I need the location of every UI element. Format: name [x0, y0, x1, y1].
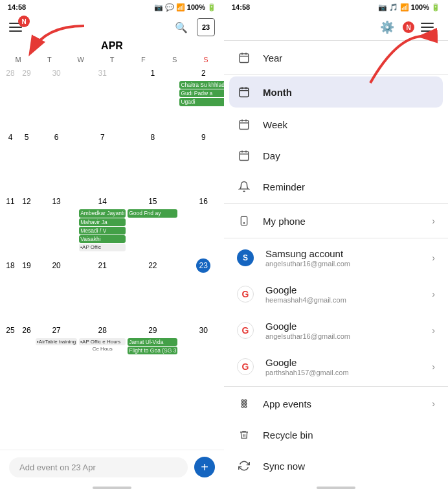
table-row[interactable]: 23: [179, 257, 224, 321]
time-right: 14:58: [232, 3, 250, 11]
day-calendar-icon: [237, 148, 251, 163]
recycle-bin-icon: [237, 428, 251, 442]
table-row[interactable]: 30: [179, 322, 224, 385]
status-icons-right: 📷 🎵 📶 100% 🔋: [378, 3, 440, 12]
day-header-sat: S: [159, 54, 190, 65]
google-account-1-info: Google heemashah4@gmail.com: [265, 284, 420, 304]
table-row[interactable]: 14 Ambedkar Jayanti Mahavir Ja Mesadi / …: [78, 193, 126, 257]
sidebar-item-google1[interactable]: G Google heemashah4@gmail.com ›: [224, 276, 448, 312]
day-header-wed: W: [65, 54, 96, 65]
list-item: ▪AirTable training: [36, 338, 77, 346]
bottom-bar-right: [317, 487, 355, 489]
table-row[interactable]: 9: [179, 129, 224, 192]
hamburger-menu-button[interactable]: N: [9, 18, 27, 36]
week-calendar-icon: [237, 117, 251, 132]
add-event-input[interactable]: Add event on 23 Apr: [9, 457, 188, 477]
table-row[interactable]: 18: [3, 257, 18, 321]
svg-point-25: [245, 403, 247, 405]
hamburger-menu-right[interactable]: [421, 18, 439, 36]
table-row[interactable]: 11: [3, 193, 18, 257]
month-label: Month: [263, 87, 435, 98]
list-item: Jamat Ul-Vida: [128, 338, 177, 346]
table-row[interactable]: 7: [78, 129, 126, 192]
date-number: 28: [3, 66, 17, 80]
table-row[interactable]: 29 Jamat Ul-Vida Flight to Goa (SG 3: [127, 322, 178, 385]
divider-1: [224, 75, 448, 75]
sidebar-item-day[interactable]: Day: [224, 140, 448, 171]
list-item: Ce Hous: [93, 346, 113, 352]
samsung-email: angelsuthar16@gmail.com: [265, 260, 420, 268]
google3-chevron-icon: ›: [432, 361, 435, 372]
table-row[interactable]: 20: [35, 257, 78, 321]
table-row[interactable]: 4: [3, 129, 18, 192]
sidebar-item-google3[interactable]: G Google parthshah157@gmail.com ›: [224, 349, 448, 385]
notification-dot-right: N: [403, 21, 414, 33]
table-row[interactable]: 6: [35, 129, 78, 192]
sidebar-item-week[interactable]: Week: [224, 109, 448, 140]
appevents-label: App events: [263, 398, 420, 409]
calendar-header: N 🔍 23: [0, 14, 224, 39]
status-icons-left: 📷 💬 📶 100% 🔋: [154, 3, 216, 12]
sidebar-item-syncnow[interactable]: Sync now: [224, 450, 448, 481]
table-row[interactable]: 13: [35, 193, 78, 257]
list-item: Good Frid ay: [128, 209, 177, 217]
table-row[interactable]: 22: [127, 257, 178, 321]
appevents-chevron-icon: ›: [432, 398, 435, 409]
table-row[interactable]: 16: [179, 193, 224, 257]
year-label: Year: [263, 52, 435, 63]
add-event-button[interactable]: +: [194, 457, 215, 477]
table-row[interactable]: 19: [19, 257, 34, 321]
list-item: Mesadi / V: [79, 227, 126, 235]
table-row[interactable]: 26: [19, 322, 34, 385]
google1-chevron-icon: ›: [432, 289, 435, 299]
svg-point-24: [241, 403, 243, 405]
myphone-label: My phone: [263, 216, 420, 227]
table-row[interactable]: 28: [3, 65, 18, 128]
table-row[interactable]: 25: [3, 322, 18, 385]
sidebar-item-recyclebin[interactable]: Recycle bin: [224, 419, 448, 450]
sidebar-item-reminder[interactable]: Reminder: [224, 171, 448, 202]
menu-panel: 14:58 📷 🎵 📶 100% 🔋 ⚙️ N Year Month: [224, 0, 448, 493]
table-row[interactable]: 30: [35, 65, 78, 128]
google1-label: Google: [265, 284, 420, 295]
phone-icon: [237, 214, 251, 228]
table-row[interactable]: 15 Good Frid ay: [127, 193, 178, 257]
table-row[interactable]: 21: [78, 257, 126, 321]
google3-label: Google: [265, 357, 420, 368]
right-panel-header: ⚙️ N: [224, 14, 448, 39]
google-account-2-info: Google angelsuthar16@gmail.com: [265, 321, 420, 340]
sidebar-item-appevents[interactable]: App events ›: [224, 388, 448, 419]
sidebar-item-google2[interactable]: G Google angelsuthar16@gmail.com ›: [224, 312, 448, 349]
day-label: Day: [263, 150, 435, 161]
header-right-actions: 🔍 23: [172, 18, 215, 36]
date-badge[interactable]: 23: [197, 18, 215, 36]
svg-rect-2: [240, 54, 249, 63]
divider-2: [224, 203, 448, 204]
list-item: Flight to Goa (SG 3: [128, 347, 177, 354]
sidebar-item-myphone[interactable]: My phone ›: [224, 205, 448, 236]
samsung-account-info: Samsung account angelsuthar16@gmail.com: [265, 248, 420, 268]
month-title: APR: [0, 39, 224, 54]
table-row[interactable]: 29: [19, 65, 34, 128]
notification-dot-left: N: [18, 16, 30, 27]
month-calendar-icon: [237, 85, 251, 99]
sidebar-item-month[interactable]: Month: [229, 76, 443, 108]
table-row[interactable]: 27 ▪AirTable training: [35, 322, 78, 385]
reminder-bell-icon: [237, 179, 251, 194]
sidebar-item-year[interactable]: Year: [224, 42, 448, 73]
sidebar-item-samsung[interactable]: S Samsung account angelsuthar16@gmail.co…: [224, 240, 448, 276]
settings-gear-icon[interactable]: ⚙️: [378, 18, 396, 36]
day-header-thu: T: [96, 54, 128, 65]
table-row[interactable]: 2 Chaitra Su khhladi Gudi Padw a Ugadi: [179, 65, 224, 128]
table-row[interactable]: 31: [78, 65, 126, 128]
sync-icon: [237, 459, 251, 473]
table-row[interactable]: 8: [127, 129, 178, 192]
table-row[interactable]: 12: [19, 193, 34, 257]
day-headers: M T W T F S S: [0, 54, 224, 65]
calendar-panel: 14:58 📷 💬 📶 100% 🔋 N 🔍 23 APR M T W T F …: [0, 0, 224, 493]
table-row[interactable]: 28 ▪AP Offic e Hours Ce Hous: [78, 322, 126, 385]
table-row[interactable]: 5: [19, 129, 34, 192]
search-button[interactable]: 🔍: [172, 18, 190, 36]
svg-rect-14: [240, 152, 249, 161]
table-row[interactable]: 1: [127, 65, 178, 128]
